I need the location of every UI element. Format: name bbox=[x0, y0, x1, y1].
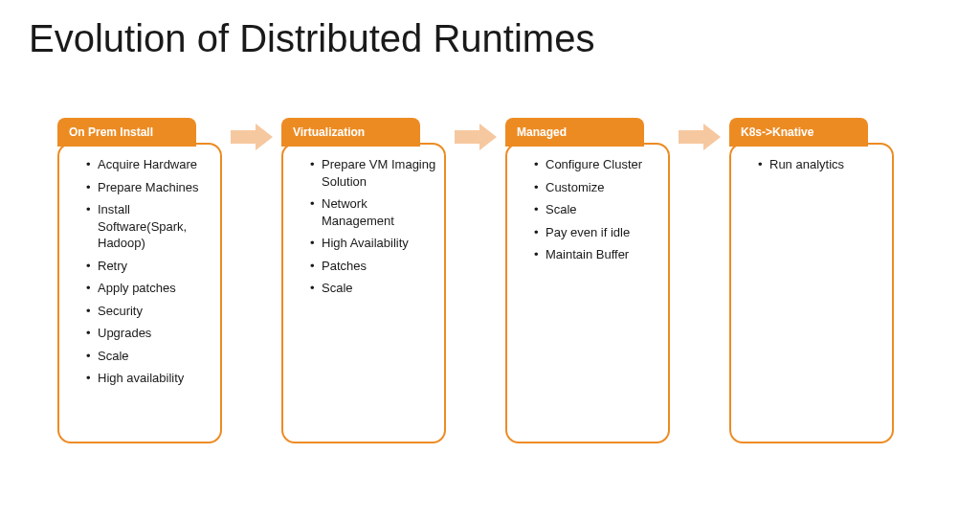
evolution-diagram: On Prem Install Acquire Hardware Prepare… bbox=[0, 60, 980, 443]
phase-body-virtualization: Prepare VM Imaging Solution Network Mana… bbox=[281, 143, 446, 443]
list-item: Network Management bbox=[310, 195, 438, 229]
list-item: Install Software(Spark, Hadoop) bbox=[86, 201, 214, 252]
phase-on-prem: On Prem Install Acquire Hardware Prepare… bbox=[57, 118, 222, 443]
phase-managed: Managed Configure Cluster Customize Scal… bbox=[505, 118, 670, 443]
phase-body-k8s-knative: Run analytics bbox=[729, 143, 894, 443]
list-item: High Availability bbox=[310, 235, 438, 252]
list-item: Scale bbox=[86, 348, 214, 365]
list-item: Prepare Machines bbox=[86, 179, 214, 196]
page-title: Evolution of Distributed Runtimes bbox=[0, 0, 980, 60]
phase-virtualization: Virtualization Prepare VM Imaging Soluti… bbox=[281, 118, 446, 443]
svg-marker-2 bbox=[679, 124, 721, 150]
arrow-icon bbox=[446, 118, 505, 150]
list-item: Patches bbox=[310, 258, 438, 275]
svg-marker-1 bbox=[455, 124, 497, 150]
phase-body-on-prem: Acquire Hardware Prepare Machines Instal… bbox=[57, 143, 222, 443]
list-item: Maintain Buffer bbox=[534, 246, 662, 263]
arrow-icon bbox=[670, 118, 729, 150]
list-item: Scale bbox=[534, 201, 662, 218]
list-item: Customize bbox=[534, 179, 662, 196]
phase-k8s-knative: K8s->Knative Run analytics bbox=[729, 118, 894, 443]
phase-body-managed: Configure Cluster Customize Scale Pay ev… bbox=[505, 143, 670, 443]
list-item: Upgrades bbox=[86, 325, 214, 342]
list-item: Apply patches bbox=[86, 280, 214, 297]
list-item: High availability bbox=[86, 370, 214, 387]
svg-marker-0 bbox=[231, 124, 273, 150]
arrow-icon bbox=[222, 118, 281, 150]
list-item: Retry bbox=[86, 258, 214, 275]
list-item: Pay even if idle bbox=[534, 224, 662, 241]
list-item: Acquire Hardware bbox=[86, 156, 214, 173]
list-item: Security bbox=[86, 303, 214, 320]
list-item: Prepare VM Imaging Solution bbox=[310, 156, 438, 190]
list-item: Configure Cluster bbox=[534, 156, 662, 173]
list-item: Scale bbox=[310, 280, 438, 297]
list-item: Run analytics bbox=[758, 156, 886, 173]
